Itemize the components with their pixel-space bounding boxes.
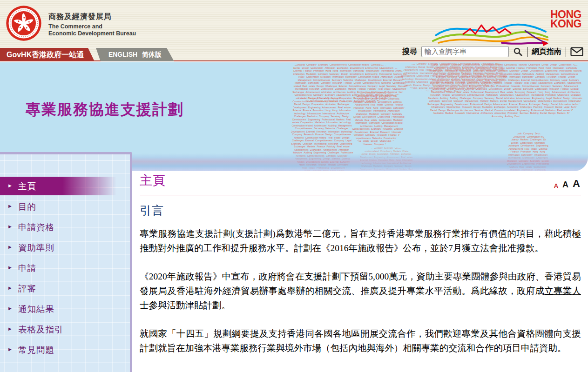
sidebar-menu: ► 主頁 ► 目的 ► 申請資格 ► 資助準則 ► 申請 ► 評審 xyxy=(0,177,130,359)
search-icon[interactable] xyxy=(513,47,523,57)
govhk-link[interactable]: GovHK香港政府一站通 xyxy=(0,48,95,61)
arrow-right-icon: ► xyxy=(7,203,13,209)
sidebar-item-eligibility[interactable]: ► 申請資格 xyxy=(0,218,130,236)
sidebar-item-label: 常見問題 xyxy=(18,344,54,356)
font-size-medium-button[interactable]: A xyxy=(562,180,568,189)
simplified-chinese-link[interactable]: 简体版 xyxy=(142,51,162,58)
sidebar-item-label: 目的 xyxy=(18,201,36,213)
sidebar-item-application[interactable]: ► 申請 xyxy=(0,259,130,277)
divider-rule xyxy=(140,195,581,195)
site-header: 商務及經濟發展局 The Commerce and Economic Devel… xyxy=(0,0,588,48)
nav-bar: GovHK香港政府一站通 ENGLISH简体版 搜尋 網頁指南 xyxy=(0,48,588,61)
sidebar-item-forms-guides[interactable]: ► 表格及指引 xyxy=(0,320,130,339)
arrow-right-icon: ► xyxy=(7,326,13,332)
intro-paragraph-1: 專業服務協進支援計劃(支援計劃)爲數港幣二億元，旨在支持香港專業服務行業推行有價… xyxy=(140,226,581,255)
sidebar-item-home[interactable]: ► 主頁 xyxy=(0,177,120,195)
divider xyxy=(566,47,566,57)
sidebar-item-label: 申請 xyxy=(18,262,36,274)
search-bar: 搜尋 網頁指南 xyxy=(402,45,583,59)
intro-paragraph-2: 《2020年施政報告》中宣布，政府將會在支援計劃下預留5,000萬元，資助主要專… xyxy=(140,269,581,312)
paragraph-2-period: 。 xyxy=(222,300,231,310)
site-guide-link[interactable]: 網頁指南 xyxy=(532,47,561,57)
map-cluster-north-america: Standards Company Secretary Competitiven… xyxy=(427,63,584,133)
sidebar-item-result-notification[interactable]: ► 通知結果 xyxy=(0,299,130,318)
arrow-right-icon: ► xyxy=(7,285,13,291)
sidebar-item-label: 資助準則 xyxy=(18,242,54,253)
font-size-small-button[interactable]: A xyxy=(554,183,558,189)
english-link[interactable]: ENGLISH xyxy=(108,51,137,58)
sidebar-item-funding-criteria[interactable]: ► 資助準則 xyxy=(0,238,130,257)
contact-mail-icon[interactable] xyxy=(570,47,583,56)
sidebar-item-label: 主頁 xyxy=(18,180,36,192)
search-input[interactable] xyxy=(421,46,509,57)
divider xyxy=(527,47,527,57)
page: 商務及經濟發展局 The Commerce and Economic Devel… xyxy=(0,0,588,372)
font-size-large-button[interactable]: A xyxy=(573,179,580,189)
arrow-right-icon: ► xyxy=(7,224,13,229)
bureau-name: 商務及經濟發展局 The Commerce and Economic Devel… xyxy=(48,12,136,37)
scheme-title: 專業服務協進支援計劃 xyxy=(26,100,184,120)
sidebar-item-faq[interactable]: ► 常見問題 xyxy=(0,340,130,359)
sidebar-item-label: 表格及指引 xyxy=(18,324,64,335)
page-title: 主頁 xyxy=(140,172,166,189)
hksar-emblem-icon xyxy=(6,5,42,41)
bureau-name-en-line1: The Commerce and xyxy=(48,23,136,30)
brand-hongkong-logo: HONG KONG xyxy=(432,10,581,46)
sidebar: ► 主頁 ► 目的 ► 申請資格 ► 資助準則 ► 申請 ► 評審 xyxy=(0,152,132,372)
bureau-name-zh: 商務及經濟發展局 xyxy=(48,12,136,22)
language-tab: ENGLISH简体版 xyxy=(96,48,174,61)
main-content: 主頁 A A A 引言 專業服務協進支援計劃(支援計劃)爲數港幣二億元，旨在支持… xyxy=(140,172,581,369)
sidebar-item-label: 申請資格 xyxy=(18,221,54,233)
intro-paragraph-3: 就國家「十四五」規劃綱要提及支持香港同各國各地區開展交流合作，我們歡迎專業及其他… xyxy=(140,326,581,355)
arrow-right-icon: ► xyxy=(7,346,13,352)
bureau-name-en-line2: Economic Development Bureau xyxy=(48,30,136,37)
sidebar-item-assessment[interactable]: ► 評審 xyxy=(0,279,130,298)
map-cluster-south-asia: Standards Company Secretary Competitiven… xyxy=(352,91,406,146)
sidebar-item-label: 評審 xyxy=(18,283,36,294)
section-title: 引言 xyxy=(140,203,581,218)
paragraph-2-text: 《2020年施政報告》中宣布，政府將會在支援計劃下預留5,000萬元，資助主要專… xyxy=(140,272,581,296)
brand-text-line2: KONG xyxy=(550,19,581,29)
brand-ribbon-icon xyxy=(432,17,548,46)
arrow-right-icon: ► xyxy=(7,265,13,270)
sidebar-item-purpose[interactable]: ► 目的 xyxy=(0,197,130,216)
font-size-controls: A A A xyxy=(554,179,581,189)
arrow-right-icon: ► xyxy=(7,306,13,311)
arrow-right-icon: ► xyxy=(7,183,13,188)
search-label: 搜尋 xyxy=(402,47,417,57)
sidebar-item-label: 通知結果 xyxy=(18,303,54,315)
arrow-right-icon: ► xyxy=(7,244,13,250)
